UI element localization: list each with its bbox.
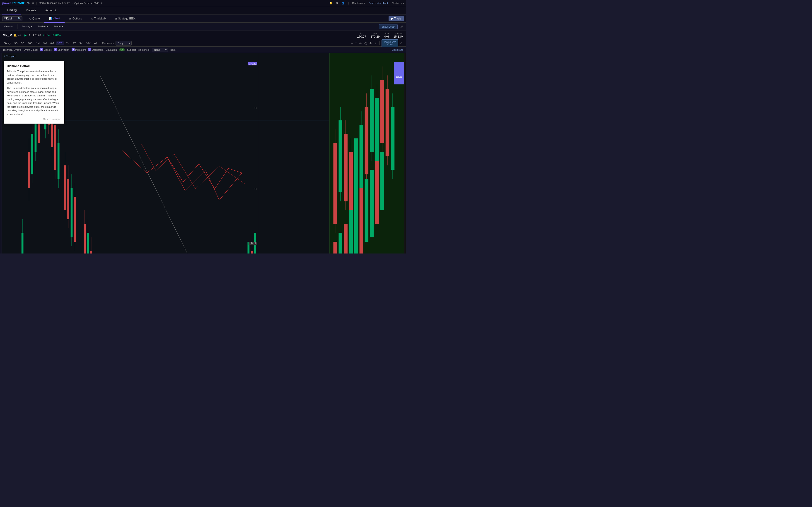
toolbar-sep-1 (17, 24, 17, 29)
left-sidebar: ⋮ (0, 53, 2, 253)
eraser-tool-button[interactable]: ◌ (364, 41, 368, 46)
tab-quote[interactable]: ◇ Quote (25, 14, 44, 23)
svg-rect-98 (251, 251, 253, 253)
draw-tool-button[interactable]: ✏ (359, 41, 363, 46)
chart-tools: + T ✏ ◌ ✛ ⇪ (351, 41, 378, 46)
on-toggle-wrap: On (119, 48, 125, 51)
expand-chart-button[interactable]: ⤢ (399, 24, 404, 30)
tp-separator (100, 42, 100, 45)
tradelab-icon: △ (91, 17, 93, 20)
display-button[interactable]: Display ▾ (20, 24, 34, 29)
fullscreen-button[interactable]: ⤢ (399, 41, 403, 46)
chart-main-area: ⋮ + Compare Diamond Bottom Tells Me: The… (0, 53, 406, 253)
price-label-162: 160 (254, 107, 257, 109)
classic-label: Classic (44, 48, 51, 51)
chart-canvas-area: + Compare Diamond Bottom Tells Me: The p… (2, 53, 329, 253)
settings-icon[interactable]: ⚙ (336, 2, 338, 5)
period-3d[interactable]: 3D (13, 42, 19, 45)
period-1m[interactable]: 1M (35, 42, 41, 45)
period-1y[interactable]: 1Y (65, 42, 70, 45)
account-selector[interactable]: Options Demo - x0048 (74, 2, 99, 5)
tooltip-source: Source: Recognia (7, 118, 61, 120)
symbol-search-icon[interactable]: 🔍 (17, 17, 21, 20)
current-price: 170.28 (33, 34, 41, 37)
compare-button[interactable]: + Compare (4, 55, 16, 57)
period-2y[interactable]: 2Y (71, 42, 77, 45)
events-button[interactable]: Events ▾ (52, 24, 65, 29)
add-tool-button[interactable]: + (351, 41, 354, 46)
top-bar: power E*TRADE 🔍 ◎ | Market Closes in 05:… (0, 0, 406, 6)
indicators-checkbox[interactable] (71, 48, 74, 51)
flag-icon: ⚑ (28, 34, 31, 37)
freq-label: Frequency: (102, 42, 115, 45)
symbol-alert-icon[interactable]: 🔔 (13, 34, 17, 37)
nav-account[interactable]: Account (41, 6, 60, 14)
update-dw-button[interactable]: Update DWChart (382, 39, 398, 47)
tooltip-description: The Diamond Bottom pattern begins during… (7, 86, 61, 116)
price-label-142: 142.96 (249, 242, 257, 245)
svg-rect-135 (375, 161, 379, 224)
tooltip-tells-me: Tells Me: The price seems to have reache… (7, 69, 61, 84)
contact-us-link[interactable]: Contact us (392, 2, 404, 5)
period-10y[interactable]: 10Y (85, 42, 92, 45)
classic-checkbox[interactable] (40, 48, 43, 51)
diamond-tooltip: Diamond Bottom Tells Me: The price seems… (4, 61, 64, 124)
support-resistance-select[interactable]: None Light Medium Heavy (152, 48, 168, 52)
indicators-checkbox-wrap: Indicators (71, 48, 86, 51)
send-feedback-link[interactable]: Send us feedback (368, 2, 388, 5)
symbol-search-wrap: 🔍 (2, 16, 22, 21)
period-all[interactable]: All (93, 42, 98, 45)
symbol-bar: 🔍 ◇ Quote 📊 Chart ◎ Options △ TradeLab ⊞… (0, 14, 406, 23)
support-resistance-label: Support/Resistance: (127, 48, 150, 51)
right-scrollbar[interactable] (404, 53, 406, 253)
market-closes-text: Market Closes in 05:35:24 ▾ (39, 2, 70, 5)
symbol-input[interactable] (4, 17, 17, 20)
shortterm-checkbox-wrap: Short-term (54, 48, 69, 51)
tab-strategyseek[interactable]: ⊞ StrategySEEK (110, 14, 140, 23)
shortterm-checkbox[interactable] (54, 48, 57, 51)
nav-markets[interactable]: Markets (21, 6, 41, 14)
period-3m[interactable]: 3M (42, 42, 48, 45)
indicators-label: Indicators (75, 48, 86, 51)
symbol-settings-icon[interactable]: ≡+ (18, 34, 21, 37)
tab-chart[interactable]: 📊 Chart (44, 14, 64, 23)
tp-separator2 (379, 42, 380, 45)
trade-button[interactable]: ▶ Trade (389, 16, 404, 21)
bid-ask-row: Bid 170.27 Ask 170.29 Size 4x6 Volume 15… (357, 33, 403, 38)
period-ytd[interactable]: YTD (56, 42, 64, 45)
studies-button[interactable]: Studies ▾ (36, 24, 50, 29)
svg-rect-146 (394, 62, 404, 84)
price-change: +1.04 (43, 34, 50, 37)
user-icon[interactable]: 👤 (342, 2, 345, 5)
account-arrow[interactable]: ▾ (101, 2, 102, 5)
tech-events-label: Technical Events (3, 48, 21, 51)
disclosure-link[interactable]: Disclosure (392, 48, 403, 51)
share-tool-button[interactable]: ⇪ (373, 41, 378, 46)
text-tool-button[interactable]: T (355, 41, 358, 46)
disclosures-link[interactable]: Disclosures (352, 2, 365, 5)
period-5y[interactable]: 5Y (78, 42, 84, 45)
cursor-tool-button[interactable]: ✛ (369, 41, 373, 46)
main-nav: Trading Markets Account (0, 6, 406, 14)
period-5d[interactable]: 5D (20, 42, 26, 45)
period-6m[interactable]: 6M (49, 42, 55, 45)
oscillators-label: Oscillators (92, 48, 103, 51)
nav-trading[interactable]: Trading (2, 6, 21, 14)
location-icon[interactable]: ◎ (32, 2, 35, 5)
top-bar-left: power E*TRADE 🔍 ◎ | Market Closes in 05:… (2, 1, 102, 5)
frequency-select[interactable]: Daily Weekly Monthly (115, 41, 132, 46)
oscillators-checkbox[interactable] (88, 48, 91, 51)
education-checkbox-wrap: Education (106, 48, 117, 51)
search-icon[interactable]: 🔍 (27, 2, 30, 5)
on-badge[interactable]: On (119, 48, 125, 51)
period-10d[interactable]: 10D (27, 42, 34, 45)
tab-tradelab[interactable]: △ TradeLab (86, 14, 110, 23)
views-button[interactable]: Views ▾ (2, 24, 14, 29)
show-depth-button[interactable]: Show Depth (379, 24, 398, 29)
period-today[interactable]: Today (3, 42, 12, 45)
bell-icon[interactable]: 🔔 (329, 2, 333, 5)
price-pct-change: +0.61% (51, 34, 61, 37)
symbol-tabs: ◇ Quote 📊 Chart ◎ Options △ TradeLab ⊞ S… (25, 14, 386, 23)
tab-options[interactable]: ◎ Options (64, 14, 86, 23)
tech-events-bar: Technical Events Event Class: Classic Sh… (0, 47, 406, 53)
